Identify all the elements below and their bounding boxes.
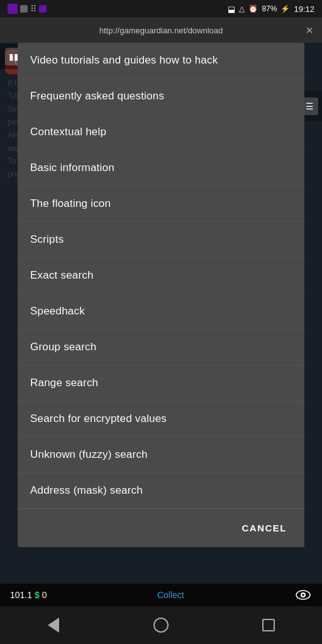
menu-list: Video tutorials and guides how to hack F… [18, 43, 304, 508]
menu-item-range-search[interactable]: Range search [18, 365, 304, 401]
close-icon[interactable]: × [306, 23, 313, 38]
eye-icon[interactable] [294, 586, 312, 604]
app-icon-3 [39, 5, 47, 13]
menu-item-fuzzy-search[interactable]: Unknown (fuzzy) search [18, 437, 304, 473]
value-2: 0 [42, 590, 47, 600]
menu-item-contextual-help[interactable]: Contextual help [18, 114, 304, 150]
menu-item-group-search[interactable]: Group search [18, 330, 304, 365]
status-bar-left: ⠿ [8, 4, 47, 14]
help-menu-modal: Video tutorials and guides how to hack F… [18, 43, 304, 547]
status-bar-right: ⬓ △ ⏰ 87% ⚡ 19:12 [228, 4, 314, 14]
app-icon-2 [20, 5, 28, 13]
recents-icon [262, 619, 275, 631]
browser-bar: http://gameguardian.net/download × [0, 18, 322, 43]
battery-level: 87% [262, 4, 277, 13]
kebab-icon: ⠿ [30, 4, 36, 14]
app-icon-1 [8, 4, 18, 14]
home-icon [153, 618, 169, 633]
clock: 19:12 [294, 4, 314, 14]
cancel-button[interactable]: CANCEL [237, 519, 292, 537]
menu-item-mask-search[interactable]: Address (mask) search [18, 473, 304, 508]
back-icon [48, 618, 59, 633]
value-1: 101.1 [10, 590, 32, 600]
menu-item-speedhack[interactable]: Speedhack [18, 294, 304, 330]
svg-point-2 [302, 594, 304, 596]
menu-item-video-tutorials[interactable]: Video tutorials and guides how to hack [18, 43, 304, 79]
collect-button[interactable]: Collect [157, 590, 184, 600]
menu-item-encrypted-values[interactable]: Search for encrypted values [18, 401, 304, 437]
wifi-icon: △ [239, 4, 245, 13]
status-bar: ⠿ ⬓ △ ⏰ 87% ⚡ 19:12 [0, 0, 322, 18]
bluetooth-icon: ⬓ [228, 4, 235, 14]
menu-item-floating-icon[interactable]: The floating icon [18, 186, 304, 222]
nav-home-button[interactable] [148, 613, 174, 638]
bottom-values: 101.1 $ 0 [10, 590, 47, 600]
nav-back-button[interactable] [41, 613, 66, 638]
charging-icon: ⚡ [280, 4, 290, 13]
modal-footer: CANCEL [18, 508, 304, 547]
alarm-icon: ⏰ [248, 4, 258, 13]
menu-item-exact-search[interactable]: Exact search [18, 258, 304, 294]
browser-url: http://gameguardian.net/download [99, 26, 223, 35]
dollar-sign: $ [35, 590, 40, 600]
nav-recents-button[interactable] [256, 613, 281, 638]
bottom-info-bar: 101.1 $ 0 Collect [0, 584, 322, 606]
nav-bar [0, 606, 322, 644]
menu-item-faq[interactable]: Frequently asked questions [18, 79, 304, 114]
menu-item-basic-info[interactable]: Basic information [18, 150, 304, 186]
menu-item-scripts[interactable]: Scripts [18, 222, 304, 258]
